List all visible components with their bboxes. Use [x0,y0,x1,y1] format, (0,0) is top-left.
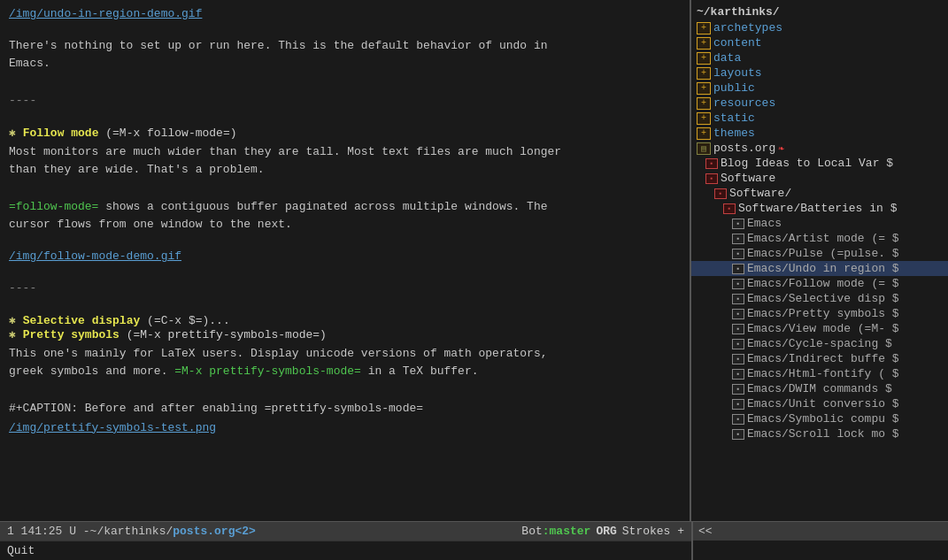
file-icon: ▪ [732,309,744,319]
file-icon: ▪ [732,264,744,274]
tree-item-software-slash[interactable]: ▪ Software/ [691,186,948,201]
follow-para1: Most monitors are much wider than they a… [9,143,681,178]
tree-item-undo[interactable]: ▪ Emacs/Undo in region $ [691,261,948,276]
tree-item-symbolic[interactable]: ▪ Emacs/Symbolic compu $ [691,411,948,426]
cmd-quit: Quit [7,544,35,557]
file-icon: ▪ [714,188,727,199]
tree-item-blog-ideas[interactable]: ▪ Blog Ideas to Local Var $ [691,156,948,171]
link1[interactable]: /img/undo-in-region-demo.gif [9,7,681,20]
file-icon: ▪ [705,173,718,184]
status-rest: Strokes + [622,525,684,538]
sep1: ---- [9,94,681,107]
status-mode: Bot [521,525,542,538]
left-pane[interactable]: /img/undo-in-region-demo.gif There's not… [0,0,691,521]
file-icon: ▪ [732,219,744,229]
tree-item-html-fontify[interactable]: ▪ Emacs/Html-fontify ( $ [691,366,948,381]
tree-item-view-mode[interactable]: ▪ Emacs/View mode (=M- $ [691,321,948,336]
file-icon: ▪ [732,324,744,334]
file-icon: ▪ [732,384,744,395]
file-icon: ▪ [705,158,718,169]
tree-item-posts-org[interactable]: ▤ posts.org ❧ [691,141,948,156]
status-filename: posts.org<2> [173,525,256,538]
tree-item-resources[interactable]: + resources [691,96,948,111]
tree-item-follow[interactable]: ▪ Emacs/Follow mode (= $ [691,276,948,291]
right-status-bar: << [691,521,948,541]
link2[interactable]: /img/follow-mode-demo.gif [9,249,681,263]
cmd-bar-row: Quit [0,541,948,560]
cmd-bar-right [691,541,948,560]
org-mark: ❧ [778,142,784,154]
follow-header: ✱ Follow mode (=M-x follow-mode=) [9,126,681,140]
tree-item-dwim[interactable]: ▪ Emacs/DWIM commands $ [691,381,948,396]
tree-item-batteries[interactable]: ▪ Software/Batteries in $ [691,201,948,216]
file-icon: ▪ [732,354,744,364]
tree-item-artist-mode[interactable]: ▪ Emacs/Artist mode (= $ [691,231,948,246]
folder-plus-icon: + [697,97,711,110]
file-icon: ▪ [732,249,744,259]
main-area: /img/undo-in-region-demo.gif There's not… [0,0,948,521]
file-icon: ▪ [732,339,744,349]
tree-item-layouts[interactable]: + layouts [691,65,948,81]
folder-plus-icon: + [697,82,711,95]
file-icon: ▪ [732,234,744,244]
tree-item-emacs[interactable]: ▪ Emacs [691,216,948,231]
tree-item-static[interactable]: + static [691,111,948,126]
right-pane[interactable]: ~/karthinks/ + archetypes + content + da… [691,0,948,521]
file-icon: ▪ [732,414,744,425]
file-icon: ▪ [732,279,744,289]
file-icon: ▪ [732,399,744,410]
tree-item-data[interactable]: + data [691,50,948,65]
folder-plus-icon: + [697,22,711,35]
tree-item-themes[interactable]: + themes [691,126,948,141]
tree-item-archetypes[interactable]: + archetypes [691,20,948,35]
tree-item-pulse[interactable]: ▪ Emacs/Pulse (=pulse. $ [691,246,948,261]
tree-item-software[interactable]: ▪ Software [691,171,948,186]
cmd-bar: Quit [0,541,691,560]
status-bar: 1 141:25 U -~/karthinks/posts.org<2> Bot… [0,521,691,541]
tree-root: ~/karthinks/ [691,4,948,20]
file-icon: ▪ [732,369,744,380]
status-left: 1 141:25 U -~/karthinks/ [7,525,173,538]
tree-item-public[interactable]: + public [691,81,948,96]
status-branch: :master [543,525,591,538]
tree-item-indirect[interactable]: ▪ Emacs/Indirect buffe $ [691,351,948,366]
file-org-icon: ▤ [697,142,711,155]
file-icon: ▪ [732,429,744,440]
folder-plus-icon: + [697,127,711,140]
para1: There's nothing to set up or run here. T… [9,37,681,72]
tree-item-cycle[interactable]: ▪ Emacs/Cycle-spacing $ [691,336,948,351]
pretty-para: This one's mainly for LaTeX users. Displ… [9,345,681,380]
folder-plus-icon: + [697,112,711,125]
status-type: ORG [596,525,616,538]
sep2: ---- [9,281,681,295]
file-icon: ▪ [732,294,744,304]
link3[interactable]: /img/prettify-symbols-test.png [9,421,681,434]
tree-item-content[interactable]: + content [691,35,948,50]
folder-plus-icon: + [697,37,711,50]
tree-item-selective[interactable]: ▪ Emacs/Selective disp $ [691,291,948,306]
pretty-header: ✱ Pretty symbols (=M-x prettify-symbols-… [9,327,681,341]
folder-plus-icon: + [697,67,711,80]
tree-item-unit[interactable]: ▪ Emacs/Unit conversio $ [691,396,948,411]
tree-item-pretty[interactable]: ▪ Emacs/Pretty symbols $ [691,306,948,321]
file-icon: ▪ [723,203,736,214]
folder-plus-icon: + [697,52,711,65]
tree-item-scroll[interactable]: ▪ Emacs/Scroll lock mo $ [691,426,948,441]
follow-para2: =follow-mode= shows a contiguous buffer … [9,198,681,233]
caption: #+CAPTION: Before and after enabling =pr… [9,400,681,418]
bottom-bar: 1 141:25 U -~/karthinks/posts.org<2> Bot… [0,521,948,541]
selective-header: ✱ Selective display (=C-x $=)... [9,313,681,327]
